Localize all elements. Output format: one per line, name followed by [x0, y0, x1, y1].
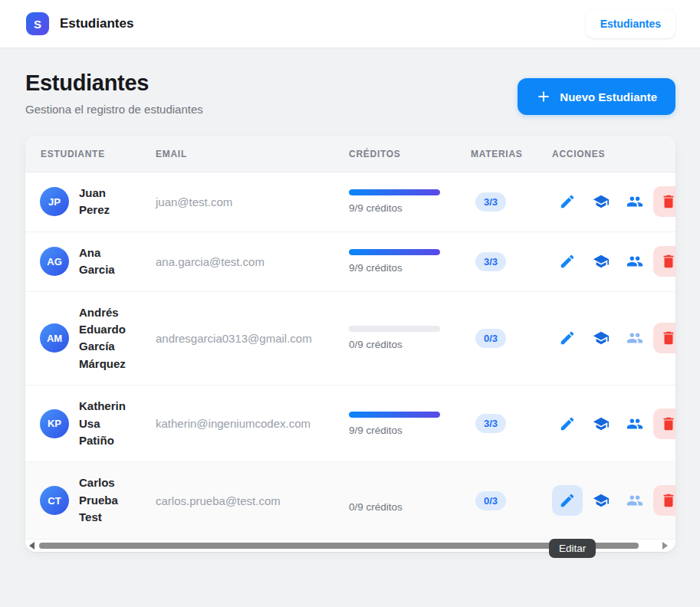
nav-estudiantes-link[interactable]: Estudiantes	[586, 9, 675, 38]
subjects-badge: 0/3	[475, 329, 506, 348]
app-logo-letter: S	[34, 18, 41, 31]
column-header-actions: ACCIONES	[552, 149, 675, 159]
student-name: Andrés Eduardo García Márquez	[79, 304, 134, 373]
subjects-badge: 0/3	[475, 491, 506, 510]
avatar: JP	[40, 187, 69, 216]
navbar: S Estudiantes Estudiantes	[0, 0, 700, 48]
credits-cell: 9/9 créditos	[349, 412, 471, 436]
subjects-button[interactable]	[586, 408, 616, 439]
avatar: AM	[40, 323, 69, 353]
people-icon	[626, 330, 643, 346]
credits-label: 0/9 créditos	[349, 339, 471, 350]
avatar-initials: JP	[48, 196, 61, 208]
credits-label: 9/9 créditos	[349, 202, 471, 214]
student-name: Carlos Prueba Test	[79, 474, 134, 526]
column-header-subjects: MATERIAS	[471, 149, 552, 159]
trash-icon	[660, 193, 675, 210]
trash-icon	[660, 330, 675, 346]
student-name: Katherin Usa Patiño	[79, 398, 134, 449]
credits-progress-fill	[349, 412, 440, 418]
subjects-button[interactable]	[586, 323, 616, 353]
credits-cell: 9/9 créditos	[349, 189, 471, 214]
groups-button[interactable]	[619, 246, 650, 277]
graduation-cap-icon	[593, 492, 610, 509]
student-email: carlos.prueba@test.com	[156, 494, 349, 507]
actions-cell	[552, 246, 675, 277]
credits-cell: 0/9 créditos	[349, 326, 471, 350]
credits-progress-bar	[349, 189, 440, 195]
subjects-badge: 3/3	[475, 252, 506, 271]
student-email: andresgarcia0313@gmail.com	[156, 332, 349, 345]
avatar-initials: AM	[47, 333, 62, 344]
student-name: Ana Garcia	[79, 244, 134, 279]
scroll-left-arrow[interactable]	[29, 542, 35, 550]
new-student-button[interactable]: Nuevo Estudiante	[518, 78, 675, 115]
scroll-right-arrow[interactable]	[662, 542, 668, 550]
avatar-initials: CT	[48, 495, 61, 507]
subjects-badge: 3/3	[475, 192, 506, 212]
subjects-button[interactable]	[586, 246, 616, 277]
edit-button[interactable]	[552, 408, 583, 439]
subjects-cell: 3/3	[471, 192, 552, 212]
student-cell: AM Andrés Eduardo García Márquez	[25, 304, 156, 373]
app-logo: S	[26, 12, 49, 35]
column-header-credits: CRÉDITOS	[349, 149, 471, 159]
actions-cell	[552, 485, 675, 516]
student-cell: JP Juan Perez	[25, 185, 156, 219]
trash-icon	[660, 253, 675, 270]
tooltip: Editar	[549, 539, 596, 558]
page-subtitle: Gestiona el registro de estudiantes	[25, 103, 203, 116]
subjects-cell: 0/3	[471, 491, 552, 510]
delete-button[interactable]	[653, 323, 675, 353]
table-row: JP Juan Perez juan@test.com 9/9 créditos…	[25, 172, 675, 232]
student-email: juan@test.com	[156, 195, 349, 208]
pencil-icon	[559, 415, 576, 432]
delete-button[interactable]	[653, 186, 675, 217]
table-row: AM Andrés Eduardo García Márquez andresg…	[25, 292, 675, 386]
groups-button[interactable]	[619, 323, 650, 353]
avatar-initials: KP	[48, 418, 61, 429]
table-row: AG Ana Garcia ana.garcia@test.com 9/9 cr…	[25, 232, 675, 292]
avatar-initials: AG	[47, 256, 62, 267]
trash-icon	[660, 492, 675, 509]
delete-button[interactable]	[653, 408, 675, 439]
pencil-icon	[559, 330, 576, 346]
credits-cell: 0/9 créditos	[349, 488, 471, 513]
student-cell: CT Carlos Prueba Test	[25, 474, 156, 526]
groups-button[interactable]	[619, 408, 650, 439]
groups-button[interactable]	[619, 485, 650, 516]
column-header-email: EMAIL	[156, 149, 349, 159]
avatar: CT	[40, 486, 69, 515]
edit-button[interactable]	[552, 186, 583, 217]
graduation-cap-icon	[593, 415, 610, 432]
subjects-button[interactable]	[586, 485, 616, 516]
graduation-cap-icon	[593, 253, 610, 270]
actions-cell	[552, 408, 675, 439]
edit-button[interactable]	[552, 485, 583, 516]
credits-label: 9/9 créditos	[349, 425, 471, 436]
subjects-button[interactable]	[586, 186, 616, 217]
people-icon	[626, 492, 643, 509]
avatar: AG	[40, 247, 69, 276]
groups-button[interactable]	[619, 186, 650, 217]
actions-cell	[552, 186, 675, 217]
subjects-cell: 3/3	[471, 414, 552, 433]
credits-cell: 9/9 créditos	[349, 249, 471, 274]
edit-button[interactable]	[552, 323, 583, 353]
table-row: KP Katherin Usa Patiño katherin@ingenium…	[25, 386, 675, 462]
edit-button[interactable]	[552, 246, 583, 277]
delete-button[interactable]	[653, 246, 675, 277]
new-student-label: Nuevo Estudiante	[560, 90, 657, 103]
pencil-icon	[559, 193, 576, 210]
credits-progress-fill	[349, 249, 440, 255]
graduation-cap-icon	[593, 330, 610, 346]
subjects-badge: 3/3	[475, 414, 506, 433]
column-header-student: ESTUDIANTE	[25, 149, 156, 159]
app-title: Estudiantes	[60, 16, 133, 31]
people-icon	[626, 415, 643, 432]
delete-button[interactable]	[653, 485, 675, 516]
trash-icon	[660, 415, 675, 432]
credits-progress-bar	[349, 412, 440, 418]
subjects-cell: 3/3	[471, 252, 552, 271]
pencil-icon	[559, 253, 576, 270]
